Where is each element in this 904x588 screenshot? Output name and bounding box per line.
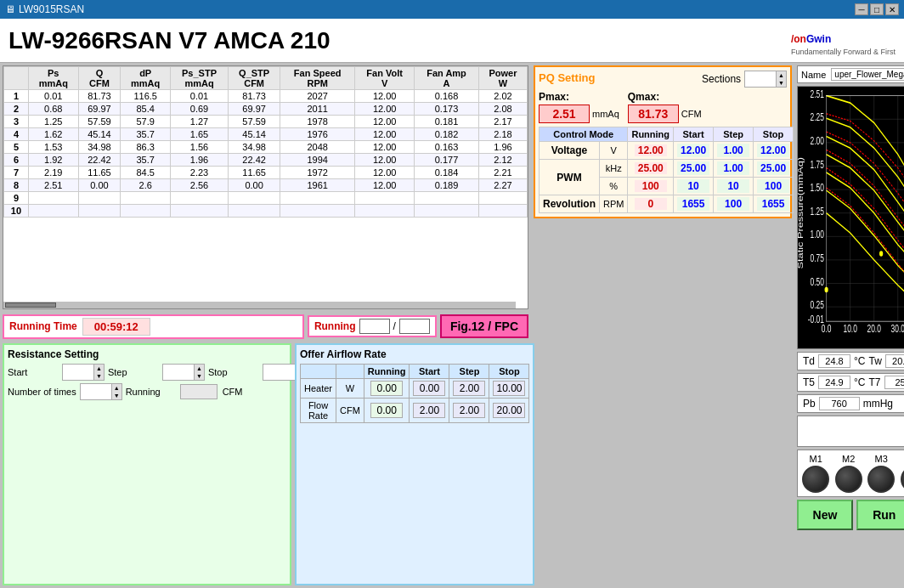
pb-input[interactable]	[819, 397, 860, 410]
start-val[interactable]: 9.0	[63, 365, 93, 379]
pq-rev-running[interactable]	[635, 198, 667, 210]
table-cell: 1.27	[171, 116, 229, 128]
table-cell: 0.184	[415, 167, 479, 179]
pq-voltage-step[interactable]	[717, 144, 749, 157]
airflow-value-cell[interactable]	[364, 379, 410, 399]
pq-pwm-khz-start[interactable]	[677, 161, 709, 175]
t5-input[interactable]	[818, 376, 850, 389]
start-down[interactable]: ▼	[93, 372, 104, 380]
run-button[interactable]: Run	[856, 500, 904, 530]
row-num: 4	[4, 128, 29, 141]
airflow-value-cell[interactable]	[410, 379, 449, 399]
pq-pwm-label: PWM	[540, 160, 600, 195]
airflow-value-cell[interactable]	[489, 399, 529, 423]
airflow-unit: W	[336, 379, 364, 399]
num-times-down[interactable]: ▼	[111, 392, 121, 399]
pq-sections-spinner[interactable]: 7 ▲ ▼	[744, 71, 787, 88]
airflow-input[interactable]	[413, 381, 445, 396]
table-row: 72.1911.6584.52.2311.65197212.000.1842.2…	[4, 167, 528, 179]
pq-sections-label: Sections	[702, 73, 741, 85]
pq-sections-up[interactable]: ▲	[776, 71, 786, 79]
table-cell: 12.00	[355, 141, 415, 154]
running-total-input[interactable]: 10	[399, 319, 430, 334]
pq-voltage-start[interactable]	[677, 144, 709, 157]
step-down[interactable]: ▼	[194, 372, 204, 380]
table-cell: 45.14	[78, 128, 121, 141]
pq-pwm-khz-step[interactable]	[717, 161, 749, 175]
pq-pwm-pct-stop[interactable]	[757, 179, 789, 193]
table-cell	[280, 192, 355, 205]
pq-voltage-stop[interactable]	[757, 144, 789, 157]
pq-rev-stop[interactable]	[757, 197, 789, 211]
step-val[interactable]: 9.0	[163, 365, 194, 379]
m2-button[interactable]	[835, 466, 862, 493]
table-cell: 12.00	[355, 167, 415, 179]
num-times-up[interactable]: ▲	[111, 384, 121, 392]
pq-pwm-pct-step[interactable]	[717, 179, 749, 193]
table-cell: 1.25	[28, 116, 78, 128]
restore-button[interactable]: □	[870, 3, 884, 15]
running-box: Running 10 / 10	[308, 315, 437, 337]
start-spinner[interactable]: 9.0 ▲ ▼	[62, 364, 105, 381]
pq-pwm-pct-running[interactable]	[635, 180, 667, 192]
pq-rev-step[interactable]	[717, 197, 749, 211]
start-up[interactable]: ▲	[93, 365, 104, 372]
fig-box: Fig.12 / FPC	[440, 314, 528, 338]
td-input[interactable]	[818, 354, 850, 368]
running-separator: /	[393, 320, 396, 332]
m4-button[interactable]	[901, 466, 904, 493]
table-cell: 12.00	[355, 116, 415, 128]
airflow-input[interactable]	[370, 381, 403, 396]
airflow-input[interactable]	[413, 403, 445, 418]
table-cell: 12.00	[355, 179, 415, 192]
table-row: 31.2557.5957.91.2757.59197812.000.1812.1…	[4, 116, 528, 128]
running-current-input[interactable]: 10	[359, 319, 390, 334]
resistance-numtimes-row: Number of times 1 ▲ ▼ Running 0.0 CFM	[8, 383, 286, 400]
new-button[interactable]: New	[797, 500, 853, 530]
minimize-button[interactable]: ─	[855, 3, 868, 15]
close-button[interactable]: ✕	[885, 3, 899, 15]
chart-svg: 2.51 2.25 2.00 1.75 1.50 1.25 1.00 0.75 …	[798, 87, 904, 348]
logo-area: /onGwin Fundamentally Forward & First	[791, 25, 896, 56]
airflow-input[interactable]	[453, 403, 485, 418]
num-times-spinner[interactable]: 1 ▲ ▼	[80, 383, 122, 400]
right-column: Name	[794, 63, 904, 588]
m1-button[interactable]	[802, 466, 829, 493]
pq-sections-val[interactable]: 7	[745, 72, 776, 86]
table-row: 9	[4, 192, 528, 205]
airflow-value-cell[interactable]	[364, 399, 410, 423]
pq-pwm-khz-stop[interactable]	[757, 161, 789, 175]
col-header-num	[4, 67, 29, 90]
step-up[interactable]: ▲	[194, 365, 204, 372]
airflow-input[interactable]	[453, 381, 485, 396]
title-bar-controls[interactable]: ─ □ ✕	[855, 3, 899, 15]
airflow-value-cell[interactable]	[489, 379, 529, 399]
t7-input[interactable]	[884, 376, 905, 389]
table-row: 10	[4, 205, 528, 218]
row-num: 7	[4, 167, 29, 179]
pq-voltage-running[interactable]	[635, 144, 667, 156]
running-val-res[interactable]: 0.0	[180, 384, 218, 399]
airflow-value-cell[interactable]	[449, 399, 489, 423]
pq-title: PQ Setting	[539, 71, 595, 84]
app-title: LW-9266RSAN V7 AMCA 210	[8, 27, 331, 54]
pq-pwm-khz-running[interactable]	[635, 162, 667, 174]
tw-input[interactable]	[885, 354, 904, 368]
pq-pwm-pct-start[interactable]	[677, 179, 709, 193]
pq-rev-start[interactable]	[677, 197, 709, 211]
table-cell: 0.181	[415, 116, 479, 128]
airflow-input[interactable]	[493, 381, 525, 396]
pq-sections-down[interactable]: ▼	[776, 79, 786, 87]
num-times-val[interactable]: 1	[81, 385, 111, 399]
airflow-input[interactable]	[370, 403, 403, 418]
step-spinner[interactable]: 9.0 ▲ ▼	[162, 364, 205, 381]
table-cell: 2011	[280, 103, 355, 116]
m3-button[interactable]	[867, 466, 895, 493]
airflow-input[interactable]	[493, 403, 525, 418]
airflow-value-cell[interactable]	[449, 379, 489, 399]
airflow-title: Offer Airflow Rate	[300, 348, 529, 360]
name-input[interactable]	[831, 68, 904, 81]
airflow-box: Offer Airflow Rate Running Start Step St…	[295, 343, 534, 585]
table-cell	[78, 192, 121, 205]
airflow-value-cell[interactable]	[410, 399, 449, 423]
